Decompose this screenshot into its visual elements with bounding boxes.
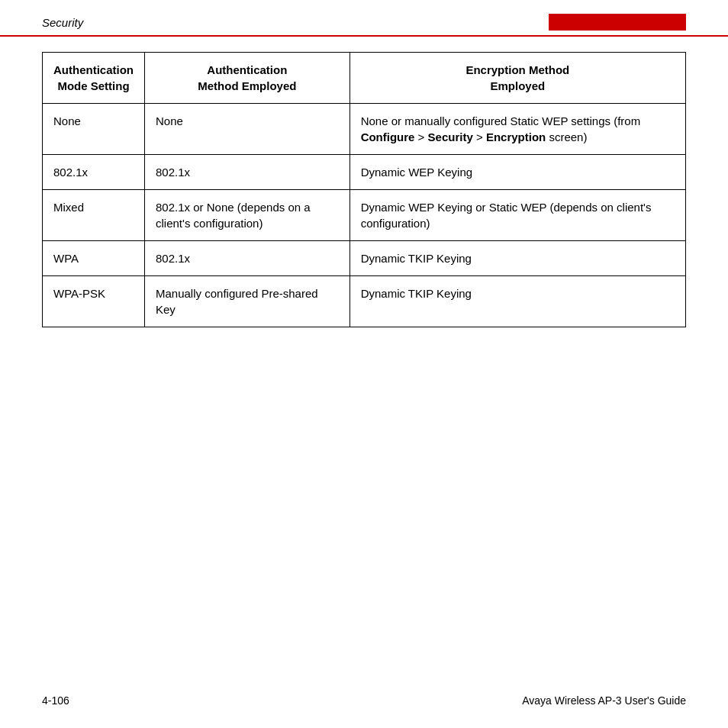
cell-auth-method: 802.1x or None (depends on a client's co…	[145, 190, 350, 241]
table-header-row: AuthenticationMode Setting Authenticatio…	[43, 53, 686, 104]
col-header-encryption: Encryption MethodEmployed	[350, 53, 685, 104]
table-row: Mixed802.1x or None (depends on a client…	[43, 190, 686, 241]
table-row: 802.1x802.1xDynamic WEP Keying	[43, 155, 686, 190]
page-header: Security	[0, 0, 728, 37]
footer-page-number: 4-106	[42, 694, 69, 707]
cell-auth-mode: None	[43, 104, 145, 155]
security-table: AuthenticationMode Setting Authenticatio…	[42, 52, 686, 327]
cell-encryption: None or manually configured Static WEP s…	[350, 104, 685, 155]
page-footer: 4-106 Avaya Wireless AP-3 User's Guide	[0, 694, 728, 707]
cell-auth-mode: WPA-PSK	[43, 276, 145, 327]
page-container: Security AuthenticationMode Setting Auth…	[0, 0, 728, 728]
cell-auth-mode: 802.1x	[43, 155, 145, 190]
cell-encryption: Dynamic TKIP Keying	[350, 241, 685, 276]
col-header-auth-method: AuthenticationMethod Employed	[145, 53, 350, 104]
cell-encryption: Dynamic TKIP Keying	[350, 276, 685, 327]
cell-encryption: Dynamic WEP Keying	[350, 155, 685, 190]
table-row: WPA-PSKManually configured Pre-shared Ke…	[43, 276, 686, 327]
cell-encryption: Dynamic WEP Keying or Static WEP (depend…	[350, 190, 685, 241]
table-container: AuthenticationMode Setting Authenticatio…	[0, 37, 728, 327]
header-red-bar	[549, 14, 686, 31]
cell-auth-mode: Mixed	[43, 190, 145, 241]
table-row: NoneNoneNone or manually configured Stat…	[43, 104, 686, 155]
cell-auth-method: Manually configured Pre-shared Key	[145, 276, 350, 327]
header-title: Security	[42, 16, 83, 29]
cell-auth-method: None	[145, 104, 350, 155]
table-row: WPA802.1xDynamic TKIP Keying	[43, 241, 686, 276]
col-header-auth-mode: AuthenticationMode Setting	[43, 53, 145, 104]
cell-auth-method: 802.1x	[145, 241, 350, 276]
footer-guide-title: Avaya Wireless AP-3 User's Guide	[522, 694, 686, 707]
cell-auth-mode: WPA	[43, 241, 145, 276]
cell-auth-method: 802.1x	[145, 155, 350, 190]
